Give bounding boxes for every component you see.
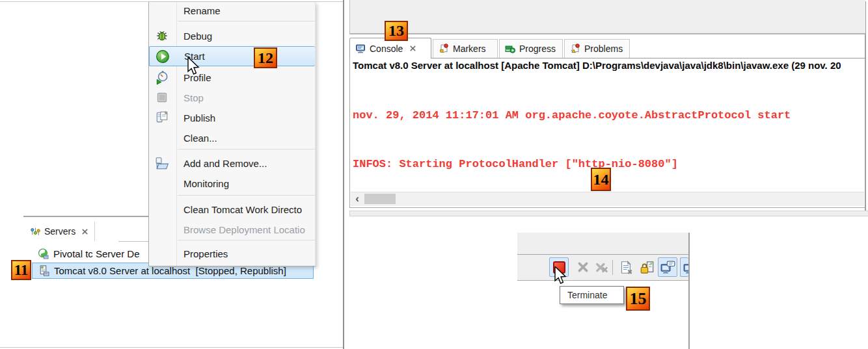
callout-13: 13 (385, 21, 408, 41)
remove-all-terminated-icon (595, 261, 608, 273)
callout-15: 15 (626, 287, 650, 311)
toolbar-fragment-right-edge (688, 233, 690, 349)
console-toolbar (517, 255, 688, 281)
publish-icon (155, 110, 169, 125)
callout-12: 12 (254, 47, 277, 68)
toolbar-separator (612, 260, 613, 275)
horizontal-scrollbar[interactable]: ‹ (351, 192, 864, 206)
menu-item-publish[interactable]: Publish (149, 108, 315, 127)
scroll-left-arrow[interactable]: ‹ (353, 193, 362, 204)
show-console-on-error-icon (683, 261, 689, 274)
menu-item-monitoring[interactable]: Monitoring (149, 174, 315, 193)
menu-item-stop: Stop (149, 88, 315, 107)
close-icon[interactable] (81, 228, 88, 235)
show-console-on-output-button[interactable] (658, 257, 677, 277)
console-icon (355, 44, 366, 54)
bottom-frame-line (0, 347, 344, 348)
server-row-label: Pivotal tc Server De (53, 248, 140, 259)
menu-separator (178, 21, 315, 21)
menu-separator (178, 195, 315, 196)
panel-bottom-strip (349, 211, 868, 216)
clear-console-icon (619, 261, 633, 274)
console-header: Tomcat v8.0 Server at localhost [Apache … (353, 60, 865, 73)
menu-item-add-and-remove[interactable]: Add and Remove... (149, 153, 315, 173)
tab-servers-label: Servers (44, 226, 75, 237)
markers-icon (439, 44, 449, 54)
console-line: nov. 29, 2014 11:17:01 AM org.apache.coy… (353, 107, 865, 123)
remove-launch-button[interactable] (573, 257, 593, 277)
tab-servers[interactable]: Servers (25, 222, 95, 241)
mouse-cursor-icon (187, 57, 202, 79)
tomcat-server-icon (38, 265, 49, 276)
tab-progress-label: Progress (519, 44, 556, 54)
tab-progress[interactable]: Progress (499, 39, 563, 58)
problems-icon (570, 44, 580, 54)
editor-area-fragment (349, 0, 865, 34)
profile-icon (155, 70, 169, 84)
toolbar-fragment-header (517, 233, 688, 255)
clear-console-button[interactable] (616, 257, 636, 277)
tab-console-label: Console (370, 44, 403, 54)
scroll-lock-button[interactable] (637, 257, 657, 277)
menu-separator (178, 149, 315, 149)
panel-divider[interactable] (343, 0, 344, 349)
mouse-cursor-icon (554, 266, 569, 289)
tab-problems-label: Problems (584, 44, 623, 54)
eclipse-screenshot-canvas: Console Markers Progress Problems Tomcat… (0, 0, 868, 349)
callout-14: 14 (591, 168, 611, 191)
menu-item-profile[interactable]: Profile (149, 68, 315, 87)
menu-item-debug[interactable]: Debug (149, 26, 315, 45)
scroll-lock-icon (640, 261, 655, 274)
close-icon[interactable] (409, 45, 416, 52)
show-console-on-output-icon (660, 261, 675, 274)
tab-markers-label: Markers (453, 44, 486, 54)
servers-icon (31, 227, 40, 237)
debug-icon (155, 29, 169, 43)
callout-11: 11 (11, 260, 31, 280)
menu-item-rename[interactable]: Rename (149, 2, 315, 19)
remove-launch-icon (577, 261, 589, 273)
show-console-on-error-button[interactable] (680, 257, 688, 277)
menu-separator (178, 240, 315, 240)
menu-item-clean-tomcat-work-directory[interactable]: Clean Tomcat Work Directo (149, 200, 315, 219)
menu-item-properties[interactable]: Properties (149, 244, 315, 263)
stop-icon (155, 90, 169, 105)
scrollbar-thumb[interactable] (364, 194, 396, 204)
server-row-label: Tomcat v8.0 Server at localhost [Stopped… (54, 265, 286, 276)
add-remove-icon (155, 156, 169, 170)
tab-markers[interactable]: Markers (433, 39, 498, 58)
menu-item-start[interactable]: Start (149, 46, 315, 66)
pivotal-server-icon (38, 248, 49, 259)
menu-item-browse-deployment-location: Browse Deployment Locatio (149, 220, 315, 239)
terminate-tooltip: Terminate (560, 286, 624, 304)
remove-all-terminated-button[interactable] (591, 257, 611, 277)
progress-icon (505, 44, 515, 54)
start-icon (156, 49, 170, 64)
menu-item-clean[interactable]: Clean... (149, 128, 315, 148)
context-menu: Rename Debug Start Profile Stop (148, 2, 316, 266)
tab-problems[interactable]: Problems (564, 39, 630, 58)
